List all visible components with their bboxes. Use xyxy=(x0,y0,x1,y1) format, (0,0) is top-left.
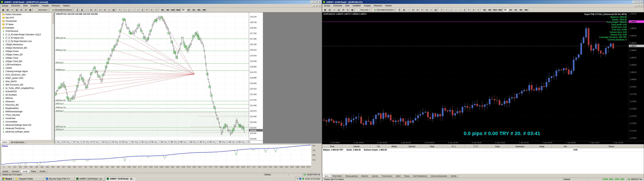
templates-icon[interactable]: ▧ xyxy=(434,8,438,12)
navigator-item-100pips-trend[interactable]: ƒ100pips Trend xyxy=(1,56,51,60)
data-window-icon[interactable]: ▥ xyxy=(336,8,341,12)
timeframe-mn[interactable]: MN xyxy=(524,8,528,12)
tray-network-icon[interactable] xyxy=(299,178,301,180)
crosshair-icon[interactable]: + xyxy=(122,8,126,12)
navigator-item-t-s-r-slope-direction-line[interactable]: ƒ(T_S_R)-Slope Direction Line xyxy=(1,40,51,43)
column-header-2-tur[interactable]: Tür xyxy=(371,145,386,148)
child-minimize-button[interactable]: _ xyxy=(312,4,315,7)
terminal-tab-islem[interactable]: İşlem xyxy=(323,174,330,178)
tester-tab-sonuclar[interactable]: Sonuçlar xyxy=(10,170,21,173)
menu-item-dosya[interactable]: Dosya xyxy=(322,4,332,7)
navigator-item-100pips-power[interactable]: ƒ100pips Power xyxy=(1,50,51,53)
terminal-tab-gunluk[interactable]: Günlük xyxy=(449,174,458,178)
timeframe-h1[interactable]: H1 xyxy=(181,8,186,12)
horizontal-line-icon[interactable]: − xyxy=(131,8,136,12)
navigator-item-100pips-power-bo[interactable]: ƒ100pips Power_BO xyxy=(1,53,51,56)
chart-shift-icon[interactable]: ⇉ xyxy=(102,8,107,12)
navigator-item-accelerator[interactable]: ƒAccelerator xyxy=(1,117,51,120)
timeframe-m15[interactable]: M15 xyxy=(170,8,176,12)
channel-icon[interactable]: ∥ xyxy=(140,8,144,12)
channel-icon[interactable]: ∥ xyxy=(462,8,466,12)
terminal-tab-risk-analizi[interactable]: Risk Analizi xyxy=(331,174,344,178)
timeframe-m15[interactable]: M15 xyxy=(492,8,498,12)
indicators-icon[interactable]: ƒ xyxy=(107,8,111,12)
navigator-item-100pips-momentum-bo[interactable]: ƒ100pips Momentum_BO xyxy=(1,46,51,50)
menu-item-yardim[interactable]: Yardım xyxy=(384,4,393,7)
strategy-tester-icon[interactable]: ▣ xyxy=(350,8,354,12)
navigator-item-2ema-system-v032[interactable]: ƒ2EMA_system v032 xyxy=(1,76,51,80)
timeframe-m5[interactable]: M5 xyxy=(165,8,170,12)
menu-item-pencere[interactable]: Pencere xyxy=(372,4,384,7)
tester-tab-gunluk[interactable]: Günlük xyxy=(38,170,47,173)
timeframe-m1[interactable]: M1 xyxy=(160,8,165,12)
terminal-tab-sirket[interactable]: Şirket xyxy=(394,174,402,178)
tester-tab-ayarlar[interactable]: Ayarlar xyxy=(1,170,10,173)
autotrading-button[interactable]: ▶OtomatikAlımSatım xyxy=(373,8,395,12)
navigator-item-accumulation[interactable]: ƒAccumulation xyxy=(1,120,51,123)
timeframe-h1[interactable]: H1 xyxy=(503,8,508,12)
taskbar-button-sticky-notes[interactable]: Yapışkan Notlar xyxy=(14,177,44,181)
terminal-tab-posta-kutusu[interactable]: Posta kutusu xyxy=(380,174,394,178)
usdjpy-chart-canvas[interactable] xyxy=(55,12,263,144)
taskbar-button-mt4-eurusd[interactable]: 449597: GCM-Real2 - [E... xyxy=(105,177,135,181)
menu-item-gorunum[interactable]: Görünüm xyxy=(10,4,22,7)
child-close-button[interactable]: × xyxy=(318,4,321,7)
text-icon[interactable]: A xyxy=(472,8,476,12)
zoom-out-icon[interactable]: ⊖ xyxy=(94,8,98,12)
menu-item-grafikler[interactable]: Grafikler xyxy=(29,4,40,7)
vertical-line-icon[interactable]: | xyxy=(449,8,453,12)
column-header-3-miktar[interactable]: Miktar xyxy=(386,145,403,148)
status-profile-right[interactable]: Default xyxy=(562,178,588,181)
autotrading-button[interactable]: ▶OtomatikAlımSatım xyxy=(51,8,73,12)
data-window-icon[interactable]: ▥ xyxy=(14,8,19,12)
column-header-5-fiyat[interactable]: Fiyat xyxy=(421,145,443,148)
navigator-icon[interactable]: ⊞ xyxy=(341,8,345,12)
navigator-item-2-moving-average-signal[interactable]: ƒ2 Moving Average Signal xyxy=(1,70,51,73)
market-watch-icon[interactable]: ≡ xyxy=(332,8,336,12)
navigator-scrollbar[interactable] xyxy=(52,12,54,140)
column-header-7-t-p[interactable]: T / P xyxy=(465,145,486,148)
tray-volume-icon[interactable] xyxy=(296,178,298,180)
column-header-12-yorum[interactable]: Yorum xyxy=(579,145,644,148)
chart-shift-icon[interactable]: ⇉ xyxy=(424,8,429,12)
tray-updates-icon[interactable] xyxy=(302,178,304,180)
trendline-icon[interactable]: / xyxy=(136,8,140,12)
navigator-item-advanced-bollinger-band-mt4[interactable]: ƒadvanced bollinger band mt4 xyxy=(1,123,51,127)
column-header-8-fiyat[interactable]: Fiyat xyxy=(486,145,508,148)
profiles-icon[interactable]: ▤ xyxy=(6,8,10,12)
line-chart-icon[interactable]: ~ xyxy=(406,8,410,12)
cursor-icon[interactable]: ↖ xyxy=(118,8,122,12)
timeframe-mn[interactable]: MN xyxy=(202,8,206,12)
timeframe-w1[interactable]: W1 xyxy=(196,8,202,12)
arrow-icon[interactable]: ↗ xyxy=(154,8,158,12)
navigator-item-t-s-r-daily-range-calculator-v1-1-0[interactable]: ƒ(T_S_R)-Daily Range Calculator v1[1].0 xyxy=(1,33,51,36)
column-header-1-zaman[interactable]: Zaman xyxy=(342,145,371,148)
vertical-line-icon[interactable]: | xyxy=(127,8,131,12)
child-close-button-right[interactable]: × xyxy=(640,4,643,7)
navigator-item-2ma-crossover-bo[interactable]: ƒ2MA Crossover_BO xyxy=(1,83,51,86)
timeframe-m30[interactable]: M30 xyxy=(498,8,502,12)
navigator-item-advanced-trendlines[interactable]: ƒAdvanced TrendLines xyxy=(1,127,51,130)
terminal-icon[interactable]: ⊟ xyxy=(346,8,350,12)
new-order-button[interactable]: Yeni emir▾ xyxy=(356,8,371,12)
cursor-icon[interactable]: ↖ xyxy=(440,8,444,12)
menu-item-gorunum[interactable]: Görünüm xyxy=(332,4,344,7)
candlestick-icon[interactable]: ▮ xyxy=(402,8,406,12)
minimize-button-right[interactable]: _ xyxy=(632,1,636,4)
market-watch-icon[interactable]: ≡ xyxy=(10,8,14,12)
new-order-button[interactable]: Yeni emir▾ xyxy=(34,8,49,12)
horizontal-line-icon[interactable]: − xyxy=(453,8,458,12)
terminal-tab-uyarilar[interactable]: Uyarılar xyxy=(370,174,380,178)
navigator-item-50matrendstrength[interactable]: ƒ50MAtrendstrength xyxy=(1,110,51,113)
start-button[interactable]: Başlat xyxy=(0,177,14,181)
timeframe-d1[interactable]: D1 xyxy=(191,8,196,12)
navigator-item-trendometer[interactable]: Trendometer xyxy=(1,20,51,23)
new-chart-icon[interactable]: ▦ xyxy=(1,8,5,12)
terminal-tab-piyasa[interactable]: Piyasa xyxy=(402,174,411,178)
zoom-in-icon[interactable]: ⊕ xyxy=(89,8,93,12)
terminal-tab-kod-kutuphanesi[interactable]: Kod Kütüphanesi xyxy=(412,174,429,178)
auto-scroll-icon[interactable]: ↦ xyxy=(420,8,424,12)
navigator-item-switch-infomarket[interactable]: Switch Infomarket xyxy=(1,13,51,16)
navigator-item-yf-meter[interactable]: YF Meter xyxy=(1,23,51,26)
title-bar-left[interactable]: ▥ 449597: GCM-Real2 - [USDJPY,H1 (visual… xyxy=(0,0,322,4)
